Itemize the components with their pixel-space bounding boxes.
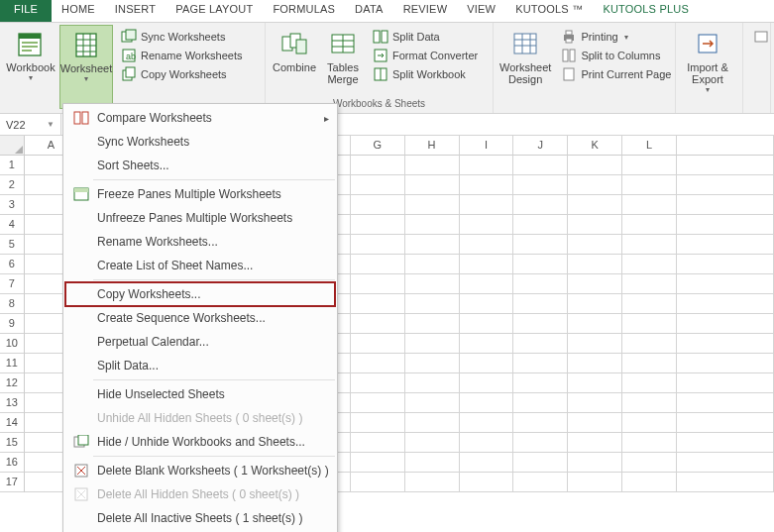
col-header[interactable]: G — [351, 136, 405, 156]
cell[interactable] — [405, 393, 460, 413]
cell[interactable] — [677, 294, 774, 314]
cell[interactable] — [460, 255, 514, 274]
more-button[interactable] — [749, 28, 773, 46]
cell[interactable] — [460, 156, 514, 175]
cell[interactable] — [568, 215, 622, 235]
cell[interactable] — [568, 354, 622, 373]
cell[interactable] — [513, 175, 568, 195]
cell[interactable] — [513, 294, 568, 314]
tab-review[interactable]: REVIEW — [393, 0, 458, 22]
row-header[interactable]: 5 — [0, 235, 25, 255]
cell[interactable] — [460, 413, 514, 433]
cell[interactable] — [677, 195, 774, 215]
cell[interactable] — [513, 215, 568, 235]
cell[interactable] — [677, 354, 774, 373]
cell[interactable] — [622, 354, 677, 373]
cell[interactable] — [568, 255, 622, 274]
tab-formulas[interactable]: FORMULAS — [263, 0, 345, 22]
cell[interactable] — [513, 314, 568, 334]
cell[interactable] — [405, 433, 460, 453]
menu-split-data[interactable]: Split Data... — [65, 354, 335, 377]
cell[interactable] — [677, 393, 774, 413]
cell[interactable] — [460, 314, 514, 334]
cell[interactable] — [622, 373, 677, 393]
cell[interactable] — [622, 235, 677, 255]
cell[interactable] — [405, 473, 460, 492]
menu-delete-blank[interactable]: Delete Blank Worksheets ( 1 Worksheet(s)… — [65, 459, 335, 482]
cell[interactable] — [460, 334, 514, 354]
split-workbook-button[interactable]: Split Workbook — [369, 65, 482, 83]
cell[interactable] — [460, 215, 514, 235]
menu-hide-unhide-workbooks[interactable]: Hide / Unhide Workbooks and Sheets... — [65, 430, 335, 454]
tables-merge-button[interactable]: Tables Merge — [321, 25, 365, 98]
cell[interactable] — [513, 393, 568, 413]
cell[interactable] — [568, 373, 622, 393]
cell[interactable] — [622, 215, 677, 235]
cell[interactable] — [405, 334, 460, 354]
cell[interactable] — [677, 274, 774, 294]
cell[interactable] — [351, 393, 405, 413]
cell[interactable] — [622, 334, 677, 354]
cell[interactable] — [460, 195, 514, 215]
format-converter-button[interactable]: Format Converter — [369, 47, 482, 64]
row-header[interactable]: 14 — [0, 413, 25, 433]
cell[interactable] — [622, 433, 677, 453]
cell[interactable] — [351, 215, 405, 235]
print-current-page-button[interactable]: Print Current Page — [557, 65, 675, 83]
cell[interactable] — [513, 354, 568, 373]
cell[interactable] — [513, 453, 568, 473]
cell[interactable] — [405, 314, 460, 334]
menu-unfreeze-panes[interactable]: Unfreeze Panes Multiple Worksheets — [65, 206, 335, 230]
split-data-button[interactable]: Split Data — [369, 28, 482, 46]
cell[interactable] — [351, 413, 405, 433]
cell[interactable] — [568, 314, 622, 334]
cell[interactable] — [351, 274, 405, 294]
row-header[interactable]: 12 — [0, 373, 25, 393]
cell[interactable] — [568, 433, 622, 453]
tab-insert[interactable]: INSERT — [105, 0, 166, 22]
cell[interactable] — [351, 156, 405, 175]
menu-freeze-panes[interactable]: Freeze Panes Multiple Worksheets — [65, 182, 335, 206]
cell[interactable] — [677, 156, 774, 175]
cell[interactable] — [351, 314, 405, 334]
cell[interactable] — [460, 373, 514, 393]
cell[interactable] — [405, 195, 460, 215]
cell[interactable] — [405, 354, 460, 373]
cell[interactable] — [622, 156, 677, 175]
cell[interactable] — [460, 235, 514, 255]
cell[interactable] — [677, 473, 774, 492]
cell[interactable] — [351, 433, 405, 453]
cell[interactable] — [405, 255, 460, 274]
cell[interactable] — [677, 175, 774, 195]
tab-kutools-plus[interactable]: KUTOOLS PLUS — [593, 0, 699, 22]
menu-sort-sheets[interactable]: Sort Sheets... — [65, 154, 335, 177]
cell[interactable] — [677, 373, 774, 393]
copy-worksheets-button[interactable]: Copy Worksheets — [117, 65, 247, 83]
col-header[interactable] — [677, 136, 774, 156]
import-export-button[interactable]: Import & Export ▾ — [680, 25, 735, 109]
cell[interactable] — [513, 195, 568, 215]
cell[interactable] — [568, 175, 622, 195]
worksheet-button[interactable]: Worksheet ▾ — [59, 25, 113, 109]
row-header[interactable]: 16 — [0, 453, 25, 473]
cell[interactable] — [622, 473, 677, 492]
cell[interactable] — [405, 235, 460, 255]
cell[interactable] — [351, 195, 405, 215]
cell[interactable] — [568, 334, 622, 354]
col-header[interactable]: J — [513, 136, 568, 156]
menu-perpetual-calendar[interactable]: Perpetual Calendar... — [65, 330, 335, 354]
row-header[interactable]: 15 — [0, 433, 25, 453]
row-header[interactable]: 17 — [0, 473, 25, 492]
menu-hide-unselected[interactable]: Hide Unselected Sheets — [65, 382, 335, 406]
col-header[interactable]: L — [622, 136, 677, 156]
menu-create-sequence[interactable]: Create Sequence Worksheets... — [65, 306, 335, 330]
printing-button[interactable]: Printing▾ — [557, 28, 675, 46]
col-header[interactable]: I — [460, 136, 514, 156]
cell[interactable] — [405, 156, 460, 175]
cell[interactable] — [568, 156, 622, 175]
row-header[interactable]: 6 — [0, 255, 25, 274]
cell[interactable] — [622, 255, 677, 274]
worksheet-design-button[interactable]: Worksheet Design — [498, 25, 553, 109]
menu-sync-worksheets[interactable]: Sync Worksheets — [65, 130, 335, 154]
row-header[interactable]: 11 — [0, 354, 25, 373]
